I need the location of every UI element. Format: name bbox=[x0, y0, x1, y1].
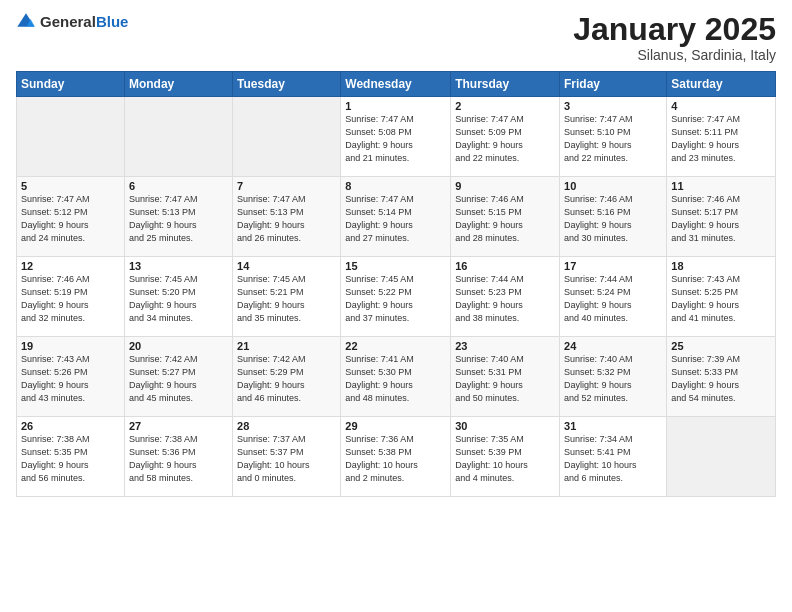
calendar-cell: 24Sunrise: 7:40 AM Sunset: 5:32 PM Dayli… bbox=[560, 337, 667, 417]
day-number: 23 bbox=[455, 340, 555, 352]
calendar-cell: 8Sunrise: 7:47 AM Sunset: 5:14 PM Daylig… bbox=[341, 177, 451, 257]
logo-text-blue: Blue bbox=[96, 13, 129, 30]
day-number: 26 bbox=[21, 420, 120, 432]
day-info: Sunrise: 7:43 AM Sunset: 5:25 PM Dayligh… bbox=[671, 273, 771, 325]
weekday-header-sunday: Sunday bbox=[17, 72, 125, 97]
day-number: 1 bbox=[345, 100, 446, 112]
day-info: Sunrise: 7:46 AM Sunset: 5:16 PM Dayligh… bbox=[564, 193, 662, 245]
calendar-cell: 20Sunrise: 7:42 AM Sunset: 5:27 PM Dayli… bbox=[124, 337, 232, 417]
day-info: Sunrise: 7:45 AM Sunset: 5:20 PM Dayligh… bbox=[129, 273, 228, 325]
day-number: 21 bbox=[237, 340, 336, 352]
day-number: 28 bbox=[237, 420, 336, 432]
calendar-cell: 23Sunrise: 7:40 AM Sunset: 5:31 PM Dayli… bbox=[451, 337, 560, 417]
calendar-cell: 15Sunrise: 7:45 AM Sunset: 5:22 PM Dayli… bbox=[341, 257, 451, 337]
day-info: Sunrise: 7:47 AM Sunset: 5:08 PM Dayligh… bbox=[345, 113, 446, 165]
month-title: January 2025 bbox=[573, 12, 776, 47]
calendar-cell: 18Sunrise: 7:43 AM Sunset: 5:25 PM Dayli… bbox=[667, 257, 776, 337]
day-number: 22 bbox=[345, 340, 446, 352]
day-number: 9 bbox=[455, 180, 555, 192]
title-block: January 2025 Silanus, Sardinia, Italy bbox=[573, 12, 776, 63]
calendar-cell: 13Sunrise: 7:45 AM Sunset: 5:20 PM Dayli… bbox=[124, 257, 232, 337]
calendar-cell: 2Sunrise: 7:47 AM Sunset: 5:09 PM Daylig… bbox=[451, 97, 560, 177]
day-number: 30 bbox=[455, 420, 555, 432]
calendar-cell: 21Sunrise: 7:42 AM Sunset: 5:29 PM Dayli… bbox=[233, 337, 341, 417]
weekday-header-friday: Friday bbox=[560, 72, 667, 97]
day-info: Sunrise: 7:35 AM Sunset: 5:39 PM Dayligh… bbox=[455, 433, 555, 485]
day-info: Sunrise: 7:40 AM Sunset: 5:32 PM Dayligh… bbox=[564, 353, 662, 405]
calendar-cell: 16Sunrise: 7:44 AM Sunset: 5:23 PM Dayli… bbox=[451, 257, 560, 337]
day-number: 11 bbox=[671, 180, 771, 192]
calendar-cell: 28Sunrise: 7:37 AM Sunset: 5:37 PM Dayli… bbox=[233, 417, 341, 497]
day-number: 15 bbox=[345, 260, 446, 272]
day-info: Sunrise: 7:46 AM Sunset: 5:17 PM Dayligh… bbox=[671, 193, 771, 245]
weekday-header-saturday: Saturday bbox=[667, 72, 776, 97]
day-info: Sunrise: 7:45 AM Sunset: 5:21 PM Dayligh… bbox=[237, 273, 336, 325]
day-number: 19 bbox=[21, 340, 120, 352]
calendar-cell: 11Sunrise: 7:46 AM Sunset: 5:17 PM Dayli… bbox=[667, 177, 776, 257]
day-info: Sunrise: 7:42 AM Sunset: 5:29 PM Dayligh… bbox=[237, 353, 336, 405]
calendar-table: SundayMondayTuesdayWednesdayThursdayFrid… bbox=[16, 71, 776, 497]
calendar-cell: 14Sunrise: 7:45 AM Sunset: 5:21 PM Dayli… bbox=[233, 257, 341, 337]
day-number: 12 bbox=[21, 260, 120, 272]
calendar-cell: 10Sunrise: 7:46 AM Sunset: 5:16 PM Dayli… bbox=[560, 177, 667, 257]
day-info: Sunrise: 7:47 AM Sunset: 5:12 PM Dayligh… bbox=[21, 193, 120, 245]
calendar-cell bbox=[124, 97, 232, 177]
day-info: Sunrise: 7:40 AM Sunset: 5:31 PM Dayligh… bbox=[455, 353, 555, 405]
day-info: Sunrise: 7:44 AM Sunset: 5:23 PM Dayligh… bbox=[455, 273, 555, 325]
calendar-cell: 31Sunrise: 7:34 AM Sunset: 5:41 PM Dayli… bbox=[560, 417, 667, 497]
weekday-header-thursday: Thursday bbox=[451, 72, 560, 97]
calendar-cell: 5Sunrise: 7:47 AM Sunset: 5:12 PM Daylig… bbox=[17, 177, 125, 257]
location-subtitle: Silanus, Sardinia, Italy bbox=[573, 47, 776, 63]
week-row-5: 26Sunrise: 7:38 AM Sunset: 5:35 PM Dayli… bbox=[17, 417, 776, 497]
day-number: 16 bbox=[455, 260, 555, 272]
day-number: 20 bbox=[129, 340, 228, 352]
day-info: Sunrise: 7:47 AM Sunset: 5:11 PM Dayligh… bbox=[671, 113, 771, 165]
day-number: 14 bbox=[237, 260, 336, 272]
day-info: Sunrise: 7:42 AM Sunset: 5:27 PM Dayligh… bbox=[129, 353, 228, 405]
day-number: 10 bbox=[564, 180, 662, 192]
day-info: Sunrise: 7:44 AM Sunset: 5:24 PM Dayligh… bbox=[564, 273, 662, 325]
day-info: Sunrise: 7:36 AM Sunset: 5:38 PM Dayligh… bbox=[345, 433, 446, 485]
calendar-cell: 29Sunrise: 7:36 AM Sunset: 5:38 PM Dayli… bbox=[341, 417, 451, 497]
calendar-cell bbox=[233, 97, 341, 177]
week-row-3: 12Sunrise: 7:46 AM Sunset: 5:19 PM Dayli… bbox=[17, 257, 776, 337]
day-number: 4 bbox=[671, 100, 771, 112]
day-number: 3 bbox=[564, 100, 662, 112]
calendar-cell: 9Sunrise: 7:46 AM Sunset: 5:15 PM Daylig… bbox=[451, 177, 560, 257]
day-info: Sunrise: 7:47 AM Sunset: 5:13 PM Dayligh… bbox=[237, 193, 336, 245]
calendar-cell: 19Sunrise: 7:43 AM Sunset: 5:26 PM Dayli… bbox=[17, 337, 125, 417]
weekday-header-wednesday: Wednesday bbox=[341, 72, 451, 97]
week-row-2: 5Sunrise: 7:47 AM Sunset: 5:12 PM Daylig… bbox=[17, 177, 776, 257]
day-info: Sunrise: 7:41 AM Sunset: 5:30 PM Dayligh… bbox=[345, 353, 446, 405]
day-number: 13 bbox=[129, 260, 228, 272]
calendar-cell: 27Sunrise: 7:38 AM Sunset: 5:36 PM Dayli… bbox=[124, 417, 232, 497]
day-number: 7 bbox=[237, 180, 336, 192]
logo-icon bbox=[16, 12, 36, 32]
day-info: Sunrise: 7:47 AM Sunset: 5:14 PM Dayligh… bbox=[345, 193, 446, 245]
calendar-cell: 12Sunrise: 7:46 AM Sunset: 5:19 PM Dayli… bbox=[17, 257, 125, 337]
day-info: Sunrise: 7:39 AM Sunset: 5:33 PM Dayligh… bbox=[671, 353, 771, 405]
calendar-cell: 26Sunrise: 7:38 AM Sunset: 5:35 PM Dayli… bbox=[17, 417, 125, 497]
calendar-cell bbox=[17, 97, 125, 177]
day-info: Sunrise: 7:37 AM Sunset: 5:37 PM Dayligh… bbox=[237, 433, 336, 485]
day-info: Sunrise: 7:43 AM Sunset: 5:26 PM Dayligh… bbox=[21, 353, 120, 405]
day-info: Sunrise: 7:38 AM Sunset: 5:36 PM Dayligh… bbox=[129, 433, 228, 485]
day-number: 27 bbox=[129, 420, 228, 432]
day-info: Sunrise: 7:38 AM Sunset: 5:35 PM Dayligh… bbox=[21, 433, 120, 485]
calendar-cell bbox=[667, 417, 776, 497]
day-info: Sunrise: 7:34 AM Sunset: 5:41 PM Dayligh… bbox=[564, 433, 662, 485]
header: GeneralBlue January 2025 Silanus, Sardin… bbox=[16, 12, 776, 63]
day-number: 8 bbox=[345, 180, 446, 192]
day-number: 24 bbox=[564, 340, 662, 352]
day-number: 29 bbox=[345, 420, 446, 432]
day-number: 17 bbox=[564, 260, 662, 272]
logo: GeneralBlue bbox=[16, 12, 128, 32]
day-number: 18 bbox=[671, 260, 771, 272]
calendar-cell: 1Sunrise: 7:47 AM Sunset: 5:08 PM Daylig… bbox=[341, 97, 451, 177]
calendar-cell: 25Sunrise: 7:39 AM Sunset: 5:33 PM Dayli… bbox=[667, 337, 776, 417]
week-row-1: 1Sunrise: 7:47 AM Sunset: 5:08 PM Daylig… bbox=[17, 97, 776, 177]
calendar-cell: 4Sunrise: 7:47 AM Sunset: 5:11 PM Daylig… bbox=[667, 97, 776, 177]
day-number: 25 bbox=[671, 340, 771, 352]
logo-text-general: General bbox=[40, 13, 96, 30]
day-info: Sunrise: 7:47 AM Sunset: 5:10 PM Dayligh… bbox=[564, 113, 662, 165]
